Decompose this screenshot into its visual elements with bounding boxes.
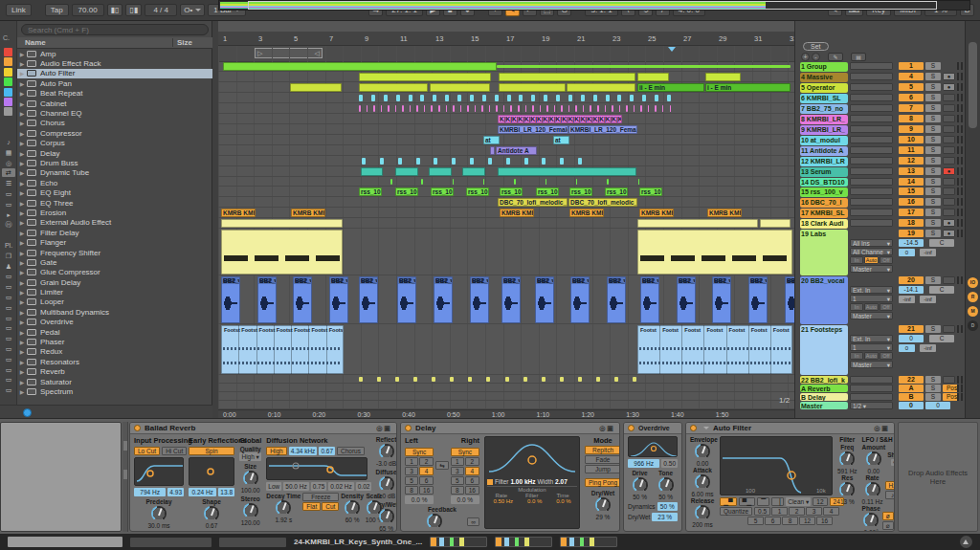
clip-segment[interactable]: [467, 105, 469, 112]
track-name[interactable]: 19 Labs: [800, 230, 848, 275]
arrangement-clip[interactable]: [637, 219, 758, 228]
delay-filter-freq[interactable]: 1.00 kHz: [510, 478, 535, 485]
disclosure-triangle-icon[interactable]: ▶: [17, 379, 27, 385]
clip-segment[interactable]: [409, 95, 412, 101]
disclosure-triangle-icon[interactable]: ▶: [17, 169, 27, 176]
track-number[interactable]: 18: [899, 219, 924, 227]
output-dropdown[interactable]: Master▾: [850, 361, 893, 368]
clip-segment[interactable]: [597, 105, 599, 112]
column-size[interactable]: Size: [172, 38, 212, 47]
mod-freq-value[interactable]: 0.02 Hz: [328, 482, 353, 491]
env-amount-knob[interactable]: [695, 444, 710, 459]
track-number[interactable]: 1: [899, 62, 924, 70]
locut-q-value[interactable]: 4.93: [167, 488, 184, 496]
clip-segment[interactable]: [373, 105, 375, 112]
clip-segment[interactable]: [433, 95, 436, 101]
arrangement-clip[interactable]: rss_10: [431, 187, 454, 196]
sync-button[interactable]: Sync: [405, 448, 434, 456]
track-header[interactable]: 21 Footsteps21SExt. In▾1▾InAutoOffMaster…: [795, 325, 966, 375]
track-header[interactable]: 19 Labs19S●All Ins▾All Channe▾InAutoOffM…: [795, 230, 966, 275]
clip-segment[interactable]: [367, 105, 368, 112]
track-number[interactable]: 6: [899, 94, 924, 101]
rate-sync-icon[interactable]: ♪: [885, 491, 895, 499]
pan-value[interactable]: C: [929, 239, 954, 247]
arrangement-clip[interactable]: BB2_vBB2_v: [570, 276, 590, 323]
mod-time-value[interactable]: 0.0 %: [556, 498, 570, 504]
arm-button[interactable]: [943, 178, 955, 186]
track-number[interactable]: 20: [899, 276, 924, 284]
overdrive-display[interactable]: [628, 436, 678, 457]
delay-time-button[interactable]: 6: [419, 476, 434, 485]
track-number[interactable]: 10: [899, 136, 924, 143]
clip-segment[interactable]: [390, 179, 392, 185]
pan-value[interactable]: C: [929, 335, 954, 342]
clip-segment[interactable]: [446, 105, 448, 112]
delay-time-button[interactable]: 16: [419, 486, 434, 495]
decay-knob[interactable]: [276, 500, 291, 516]
track-header[interactable]: 13 Serum13S●: [795, 167, 966, 177]
category-icon[interactable]: ▭: [2, 344, 15, 353]
clip-segment[interactable]: [554, 105, 556, 112]
predelay-knob[interactable]: [151, 506, 167, 521]
arm-button[interactable]: ●: [943, 219, 955, 227]
lfo-amount-knob[interactable]: [866, 451, 881, 467]
arrangement-clip[interactable]: BB2_vBB2_v: [785, 276, 794, 323]
clip-segment[interactable]: [655, 105, 657, 112]
arrangement-clip[interactable]: BB2_vBB2_v: [748, 276, 768, 323]
io-section[interactable]: [850, 385, 893, 392]
clip-segment[interactable]: [475, 105, 477, 112]
locut-button[interactable]: Lo Cut: [134, 447, 160, 455]
track-number[interactable]: 12: [899, 157, 924, 165]
arrangement-clip[interactable]: BB2_vBB2_v: [329, 276, 348, 323]
clip-segment[interactable]: [359, 95, 363, 101]
arrangement-clip[interactable]: rss_10: [359, 187, 382, 196]
category-icon[interactable]: ▭: [2, 375, 15, 384]
arrangement-clip[interactable]: rss_10: [639, 187, 662, 196]
quantize-beat-button[interactable]: 8: [782, 517, 798, 525]
io-section[interactable]: [850, 209, 893, 216]
track-number[interactable]: 7: [899, 104, 924, 112]
clip-segment[interactable]: [568, 95, 572, 101]
arrangement-clip[interactable]: BB2_vBB2_v: [434, 276, 453, 323]
category-icon[interactable]: ▭: [2, 355, 15, 363]
list-item[interactable]: ▶Overdrive: [17, 318, 212, 327]
list-item[interactable]: ▶Filter Delay: [17, 228, 212, 237]
list-item[interactable]: ▶Drum Buss: [17, 158, 212, 167]
mod-rate-value[interactable]: 0.50 Hz: [493, 498, 513, 504]
arm-button[interactable]: [943, 157, 955, 165]
solo-button[interactable]: S: [925, 115, 941, 122]
device-on-icon[interactable]: [628, 425, 635, 431]
arrangement-overview[interactable]: [218, 0, 970, 11]
track-number[interactable]: 5: [899, 83, 924, 91]
clip-segment[interactable]: [470, 95, 474, 101]
od-drywet-value[interactable]: 23 %: [652, 513, 678, 521]
list-item[interactable]: ▶Pedal: [17, 327, 212, 337]
clip-segment[interactable]: [655, 95, 658, 101]
arrangement-clip[interactable]: [705, 73, 741, 81]
arrangement-clip[interactable]: [359, 104, 671, 113]
send-b-value[interactable]: -inf: [920, 344, 936, 352]
monitor-off-button[interactable]: Off: [880, 352, 893, 360]
solo-button[interactable]: S: [925, 198, 941, 206]
arm-button[interactable]: [943, 115, 955, 122]
solo-button[interactable]: S: [925, 385, 941, 392]
disclosure-triangle-icon[interactable]: ▶: [17, 80, 27, 87]
disclosure-triangle-icon[interactable]: ▶: [17, 250, 27, 256]
list-item[interactable]: ▶Looper: [17, 297, 212, 307]
arrangement-clip[interactable]: [359, 73, 491, 81]
clip-segment[interactable]: [413, 377, 417, 382]
list-item[interactable]: ▶Cabinet: [17, 99, 212, 108]
quantize-beat-button[interactable]: 3: [806, 507, 822, 516]
spin-display[interactable]: [189, 457, 234, 486]
arrangement-clip[interactable]: BB2_vBB2_v: [257, 276, 277, 323]
set-locator-button[interactable]: Set: [803, 42, 829, 51]
io-section[interactable]: [850, 62, 893, 70]
phase-mode-button[interactable]: ø: [882, 512, 894, 520]
track-number[interactable]: 16: [899, 198, 924, 206]
arrangement-clip[interactable]: BB2_vBB2_v: [712, 276, 731, 323]
device-on-icon[interactable]: [690, 425, 697, 431]
list-item[interactable]: ▶EQ Eight: [17, 187, 212, 197]
solo-button[interactable]: S: [925, 219, 941, 227]
list-item[interactable]: ▶Resonators: [17, 357, 212, 366]
quantize-beat-button[interactable]: 16: [816, 517, 833, 525]
